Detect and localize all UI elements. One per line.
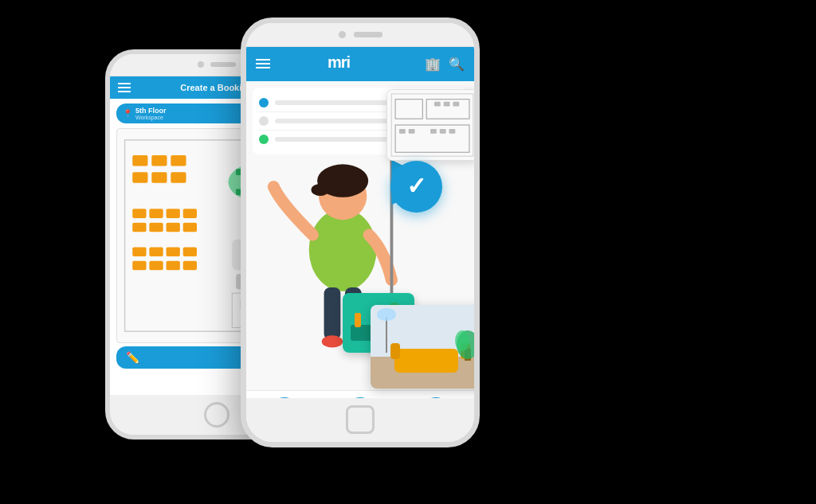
svg-rect-65: [390, 343, 400, 359]
svg-rect-59: [440, 128, 446, 133]
svg-rect-64: [394, 349, 458, 373]
svg-point-68: [377, 308, 396, 321]
svg-point-45: [322, 335, 343, 347]
svg-rect-22: [167, 222, 180, 232]
check-mark: ✓: [406, 174, 426, 198]
svg-rect-6: [171, 172, 186, 182]
svg-rect-60: [449, 128, 456, 133]
svg-rect-56: [399, 128, 406, 133]
svg-rect-26: [167, 247, 180, 256]
svg-rect-21: [149, 222, 163, 232]
svg-rect-30: [167, 260, 180, 270]
svg-point-71: [455, 330, 469, 351]
svg-rect-4: [132, 172, 147, 182]
front-bottom-nav: 👤 + 📍: [246, 390, 474, 398]
svg-rect-57: [409, 128, 415, 133]
svg-rect-5: [151, 172, 167, 182]
edit-icon[interactable]: ✏️: [126, 351, 139, 364]
nav-add-button[interactable]: +: [346, 397, 375, 398]
svg-rect-25: [149, 247, 163, 256]
svg-rect-54: [444, 101, 450, 106]
svg-rect-53: [434, 101, 441, 106]
svg-rect-29: [149, 260, 163, 270]
profile-icon[interactable]: 👤: [270, 397, 299, 398]
list-line-2: [275, 119, 396, 123]
svg-rect-18: [167, 209, 180, 218]
svg-rect-24: [132, 247, 146, 256]
floating-floorplan-card: [386, 89, 474, 161]
svg-point-38: [309, 209, 377, 291]
search-icon[interactable]: 🔍: [449, 57, 465, 72]
list-dot-gray: [259, 116, 269, 126]
front-phone-top-bar: [246, 23, 474, 47]
back-home-button[interactable]: [204, 402, 230, 428]
svg-point-42: [268, 181, 280, 193]
front-speaker: [354, 32, 382, 37]
front-phone-bottom: [246, 398, 474, 442]
svg-rect-23: [183, 222, 197, 232]
floor-name: 5th Floor: [135, 107, 167, 115]
list-dot-blue: [259, 98, 269, 107]
svg-rect-2: [151, 155, 167, 166]
svg-rect-55: [453, 101, 459, 106]
floor-sub: Workspace: [135, 115, 167, 120]
nav-location-button[interactable]: 📍: [422, 397, 450, 398]
svg-rect-28: [132, 260, 146, 270]
svg-rect-19: [183, 209, 197, 218]
room-photo-card: [371, 305, 474, 389]
front-hamburger-icon[interactable]: [256, 59, 270, 68]
location-icon[interactable]: 📍: [422, 397, 450, 398]
front-phone-header: mri 🏢 🔍: [246, 47, 474, 81]
main-scene: Create a Booking 🏢 📍 5th Floor Workspace: [81, 18, 735, 487]
svg-rect-27: [183, 247, 197, 256]
front-phone-screen: mri 🏢 🔍: [246, 47, 474, 398]
svg-rect-16: [132, 209, 146, 218]
svg-rect-20: [132, 222, 146, 232]
svg-rect-17: [149, 209, 163, 218]
front-phone: mri 🏢 🔍: [241, 18, 480, 447]
front-home-button[interactable]: [346, 405, 375, 434]
svg-rect-75: [355, 313, 361, 327]
svg-text:mri: mri: [328, 53, 351, 71]
front-header-icons: 🏢 🔍: [425, 57, 465, 72]
svg-rect-31: [183, 260, 197, 270]
add-icon[interactable]: +: [346, 397, 375, 398]
nav-profile-button[interactable]: 👤: [270, 397, 299, 398]
svg-rect-43: [324, 287, 341, 340]
svg-point-41: [312, 183, 330, 195]
back-speaker: [210, 62, 236, 67]
mri-logo: mri: [328, 53, 367, 75]
pin-icon: 📍: [123, 109, 132, 118]
front-camera: [339, 31, 346, 38]
back-hamburger-icon[interactable]: [118, 83, 131, 92]
back-camera: [198, 61, 204, 68]
svg-rect-1: [132, 155, 147, 166]
svg-rect-58: [430, 128, 437, 133]
check-badge: ✓: [390, 161, 442, 213]
building-icon[interactable]: 🏢: [425, 57, 441, 72]
svg-rect-3: [171, 155, 186, 166]
